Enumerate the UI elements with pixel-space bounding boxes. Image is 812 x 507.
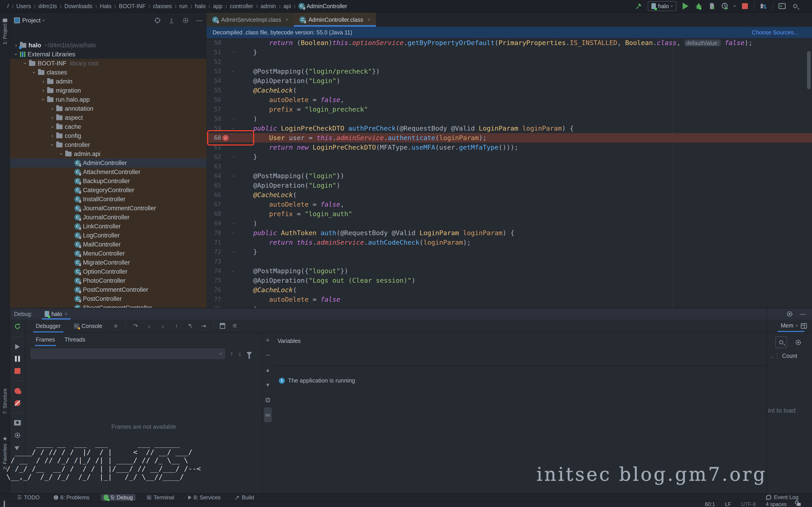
tree-item-run-halo-app[interactable]: ›run.halo.app (10, 95, 207, 104)
debug-button[interactable] (695, 2, 703, 10)
gear-icon[interactable] (182, 17, 189, 24)
code-text[interactable]: ) (238, 305, 812, 308)
tab-debugger[interactable]: Debugger (32, 319, 64, 333)
code-text[interactable]: ) (238, 115, 812, 123)
collapse-arrow-icon[interactable]: › (58, 151, 64, 157)
code-line-64[interactable]: 64› @PostMapping({"login"}) (207, 171, 812, 181)
rerun-icon[interactable] (14, 323, 21, 330)
code-text[interactable]: @ApiOperation("Login") (238, 181, 812, 189)
tool-stripe-project[interactable]: 1: Project (0, 17, 10, 45)
code-text[interactable]: @CacheLock( (238, 286, 812, 294)
move-up-icon[interactable]: ▲ (265, 362, 270, 378)
code-line-51[interactable]: 51› } (207, 48, 812, 57)
breadcrumb-item[interactable]: admin (259, 2, 277, 10)
build-hammer-icon[interactable] (635, 2, 643, 10)
breadcrumb-item[interactable]: Users (15, 2, 33, 10)
code-line-73[interactable]: 73 (207, 257, 812, 266)
unlock-icon[interactable] (797, 503, 801, 506)
code-line-77[interactable]: 77 autoDelete = false (207, 295, 812, 304)
tree-item-postcommentcontroller[interactable]: ›CPostCommentController (10, 285, 207, 294)
code-text[interactable]: } (238, 153, 812, 161)
tree-item-external-libraries[interactable]: ›External Libraries (10, 50, 207, 59)
evaluate-expression-icon[interactable] (220, 323, 225, 329)
run-anything-icon[interactable] (778, 2, 786, 10)
tree-item-sheetcommentcontroller[interactable]: ›CSheetCommentController (10, 303, 207, 308)
code-text[interactable]: public AuthToken auth(@RequestBody @Vali… (238, 229, 812, 237)
expand-arrow-icon[interactable]: › (49, 106, 55, 112)
code-text[interactable]: @PostMapping({"login/precheck"}) (238, 67, 812, 75)
code-line-76[interactable]: 76 @CacheLock( (207, 285, 812, 295)
code-line-70[interactable]: 70› public AuthToken auth(@RequestBody @… (207, 228, 812, 238)
tool-stripe-structure[interactable]: 7: Structure (0, 388, 10, 414)
code-text[interactable]: @ApiOperation("Logs out (Clear session)"… (238, 277, 812, 284)
indent-setting[interactable]: 4 spaces (766, 501, 786, 507)
code-text[interactable]: } (238, 48, 812, 56)
tree-item-admin[interactable]: ›admin (10, 77, 207, 86)
code-line-74[interactable]: 74› @PostMapping({"logout"}) (207, 266, 812, 276)
code-text[interactable]: return this.adminService.authCodeCheck(l… (238, 238, 812, 246)
filter-icon[interactable] (247, 352, 252, 355)
code-line-56[interactable]: 56 autoDelete = false, (207, 95, 812, 105)
fold-marker-icon[interactable]: › (231, 222, 237, 225)
search-everywhere-icon[interactable] (791, 2, 799, 10)
code-text[interactable]: } (238, 248, 812, 256)
code-text[interactable]: @CacheLock( (238, 191, 812, 199)
tree-item-logcontroller[interactable]: ›CLogController (10, 231, 207, 240)
code-text[interactable]: ) (238, 220, 812, 227)
code-line-54[interactable]: 54 @ApiOperation("Login") (207, 76, 812, 86)
memory-col-count[interactable]: Count (777, 353, 797, 359)
tree-item-menucontroller[interactable]: ›CMenuController (10, 249, 207, 258)
tree-item-boot-inf[interactable]: ›BOOT-INFlibrary root (10, 59, 207, 68)
tool-window-button-5-debug[interactable]: 5: Debug (101, 494, 136, 501)
collapse-all-icon[interactable] (168, 17, 175, 24)
code-text[interactable]: public LoginPreCheckDTO authPreCheck(@Re… (238, 124, 812, 132)
tree-item-backupcontroller[interactable]: ›CBackupController (10, 176, 207, 186)
tool-window-button-build[interactable]: Build (232, 494, 257, 501)
step-out-icon[interactable]: ↑ (173, 323, 180, 330)
choose-sources-link[interactable]: Choose Sources... (752, 29, 806, 36)
tab-console[interactable]: >_ Console (70, 319, 106, 333)
thread-dump-icon[interactable] (14, 420, 21, 426)
code-line-78[interactable]: 78› ) (207, 304, 812, 308)
fold-marker-icon[interactable]: › (231, 155, 237, 158)
code-line-58[interactable]: 58› ) (207, 114, 812, 124)
locate-file-icon[interactable] (154, 17, 161, 24)
add-watch-icon[interactable]: + (266, 333, 270, 348)
code-line-55[interactable]: 55 @CacheLock( (207, 86, 812, 95)
collapse-arrow-icon[interactable]: › (13, 51, 19, 57)
code-text[interactable]: User user = this.adminService.authentica… (238, 134, 812, 142)
mute-breakpoints-icon[interactable] (14, 400, 20, 406)
code-text[interactable]: autoDelete = false, (238, 96, 812, 104)
tree-item-classes[interactable]: ›classes (10, 68, 207, 77)
tree-item-annotation[interactable]: ›annotation (10, 104, 207, 113)
window-layout-icon[interactable] (0, 501, 5, 507)
code-line-52[interactable]: 52 (207, 57, 812, 66)
code-line-67[interactable]: 67 autoDelete = false, (207, 200, 812, 209)
breadcrumb-item[interactable]: app (212, 2, 224, 10)
fold-marker-icon[interactable]: › (231, 70, 237, 73)
code-text[interactable]: autoDelete = false, (238, 201, 812, 208)
expand-arrow-icon[interactable]: › (13, 42, 19, 48)
move-down-icon[interactable]: ▼ (265, 378, 270, 392)
step-over-icon[interactable]: ↷ (132, 323, 140, 330)
tool-window-button-6-problems[interactable]: !6: Problems (51, 494, 92, 501)
expand-arrow-icon[interactable]: › (40, 78, 46, 84)
run-with-coverage-button[interactable] (708, 2, 716, 10)
tree-item-mailcontroller[interactable]: ›CMailController (10, 240, 207, 249)
code-line-69[interactable]: 69› ) (207, 219, 812, 228)
fold-marker-icon[interactable]: › (231, 231, 237, 234)
resume-icon[interactable] (15, 344, 20, 349)
layout-icon[interactable]: ≡ (112, 323, 120, 330)
thread-selector-dropdown[interactable]: › (30, 348, 225, 359)
memory-settings-icon[interactable] (795, 339, 802, 346)
tree-item-cache[interactable]: ›cache (10, 122, 207, 131)
breadcrumb-item[interactable]: Halo (99, 2, 113, 10)
tree-item-attachmentcontroller[interactable]: ›CAttachmentController (10, 168, 207, 176)
editor-tab-admincontroller-class[interactable]: CAdminController.class× (294, 13, 376, 27)
force-step-into-icon[interactable]: ↓ (159, 323, 167, 330)
tree-item-config[interactable]: ›config (10, 131, 207, 140)
code-text[interactable]: return (Boolean)this.optionService.getBy… (238, 39, 812, 47)
expand-arrow-icon[interactable]: › (49, 115, 55, 121)
code-line-62[interactable]: 62› } (207, 152, 812, 162)
frame-down-icon[interactable]: ↓ (238, 350, 242, 357)
